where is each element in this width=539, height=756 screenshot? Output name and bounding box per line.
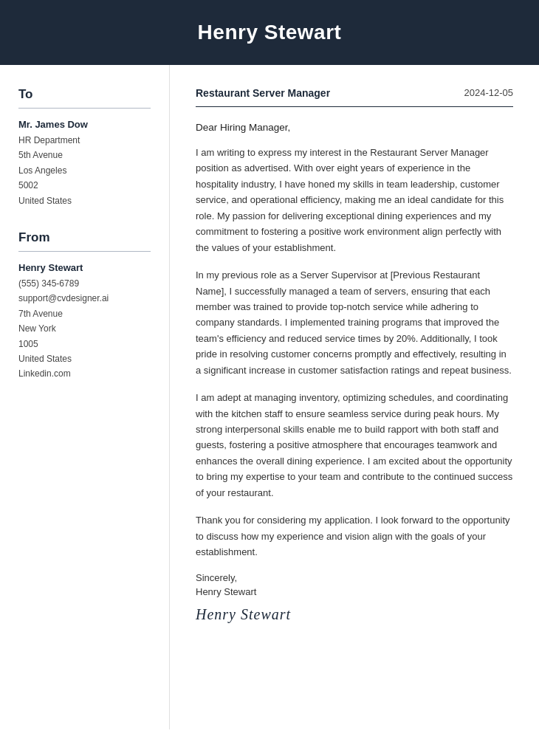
greeting: Dear Hiring Manager, <box>196 122 513 133</box>
to-divider <box>18 108 151 109</box>
to-name: Mr. James Dow <box>18 119 151 130</box>
sidebar: To Mr. James Dow HR Department 5th Avenu… <box>0 65 170 729</box>
paragraph-2: In my previous role as a Server Supervis… <box>196 267 513 378</box>
from-section: From Henry Stewart (555) 345-6789 suppor… <box>18 230 151 382</box>
to-details: HR Department 5th Avenue Los Angeles 500… <box>18 133 151 208</box>
from-detail-phone: (555) 345-6789 <box>18 276 151 291</box>
page-header: Henry Stewart <box>0 0 539 65</box>
job-date: 2024-12-05 <box>464 87 514 98</box>
signature: Henry Stewart <box>196 606 513 623</box>
to-detail-line-4: 5002 <box>18 178 151 193</box>
closing-text: Sincerely, <box>196 572 513 583</box>
to-detail-line-1: HR Department <box>18 133 151 148</box>
page: Henry Stewart To Mr. James Dow HR Depart… <box>0 0 539 756</box>
paragraph-1: I am writing to express my interest in t… <box>196 145 513 255</box>
to-label: To <box>18 87 151 102</box>
page-content: To Mr. James Dow HR Department 5th Avenu… <box>0 65 539 729</box>
letter-header: Restaurant Server Manager 2024-12-05 <box>196 87 513 107</box>
header-name: Henry Stewart <box>30 21 509 44</box>
main-content: Restaurant Server Manager 2024-12-05 Dea… <box>170 65 539 729</box>
from-detail-email: support@cvdesigner.ai <box>18 291 151 306</box>
from-divider <box>18 251 151 252</box>
from-details: (555) 345-6789 support@cvdesigner.ai 7th… <box>18 276 151 382</box>
from-detail-street: 7th Avenue <box>18 306 151 321</box>
paragraph-4: Thank you for considering my application… <box>196 512 513 560</box>
to-section: To Mr. James Dow HR Department 5th Avenu… <box>18 87 151 208</box>
to-detail-line-2: 5th Avenue <box>18 148 151 162</box>
from-label: From <box>18 230 151 245</box>
from-name: Henry Stewart <box>18 262 151 273</box>
from-detail-city: New York <box>18 321 151 336</box>
job-title: Restaurant Server Manager <box>196 87 330 99</box>
from-detail-linkedin: Linkedin.com <box>18 366 151 381</box>
from-detail-zip: 1005 <box>18 337 151 351</box>
from-detail-country: United States <box>18 351 151 366</box>
to-detail-line-5: United States <box>18 193 151 208</box>
closing-name: Henry Stewart <box>196 586 513 597</box>
to-detail-line-3: Los Angeles <box>18 163 151 178</box>
paragraph-3: I am adept at managing inventory, optimi… <box>196 390 513 501</box>
